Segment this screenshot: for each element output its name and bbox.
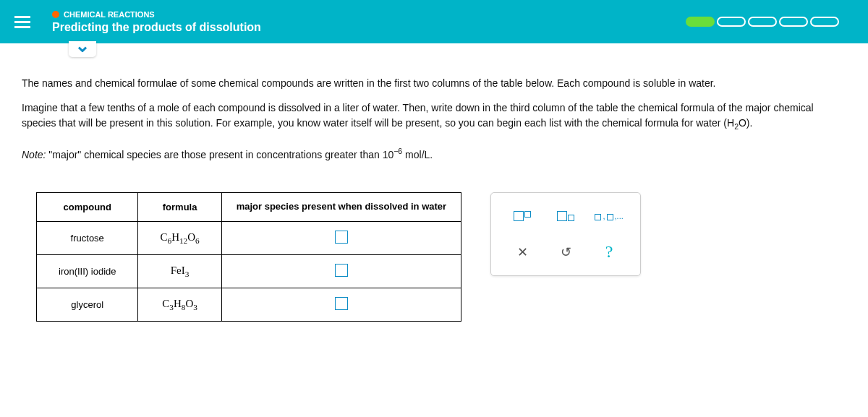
compound-formula: C3H8O3 (138, 288, 221, 321)
header-bar: CHEMICAL REACTIONS Predicting the produc… (0, 0, 868, 43)
reset-icon: ↺ (561, 244, 571, 260)
species-input (221, 254, 461, 288)
compound-name: glycerol (37, 288, 138, 321)
col-compound: compound (37, 192, 138, 221)
species-input (221, 221, 461, 254)
clear-button[interactable]: ✕ (517, 244, 528, 260)
input-toolbox: ,,... ✕ ↺ ? (490, 192, 641, 276)
table-row: glycerol C3H8O3 (37, 288, 461, 321)
species-input (221, 288, 461, 321)
progress-segment (779, 17, 808, 27)
table-header-row: compound formula major species present w… (37, 192, 461, 221)
chevron-down-icon (78, 46, 87, 52)
expand-toggle[interactable] (69, 41, 96, 57)
input-box[interactable] (335, 231, 348, 244)
input-box[interactable] (335, 264, 348, 277)
compound-name: fructose (37, 221, 138, 254)
breadcrumb-label: CHEMICAL REACTIONS (64, 10, 155, 19)
progress-segment (686, 17, 715, 27)
table-row: fructose C6H12O6 (37, 221, 461, 254)
compound-name: iron(III) iodide (37, 254, 138, 288)
subscript-button[interactable] (557, 211, 574, 221)
paragraph-1: The names and chemical formulae of some … (22, 76, 846, 92)
menu-icon[interactable] (14, 16, 30, 28)
breadcrumb: CHEMICAL REACTIONS (52, 10, 686, 19)
progress-segment (810, 17, 839, 27)
content-area: The names and chemical formulae of some … (0, 43, 868, 336)
problem-statement: The names and chemical formulae of some … (22, 76, 846, 163)
page-title: Predicting the products of dissolution (52, 21, 686, 34)
header-text: CHEMICAL REACTIONS Predicting the produc… (52, 10, 686, 34)
compound-table: compound formula major species present w… (36, 192, 461, 322)
help-icon: ? (605, 242, 613, 262)
orange-dot-icon (52, 11, 59, 18)
progress-segment (748, 17, 777, 27)
superscript-button[interactable] (514, 211, 531, 221)
paragraph-2: Imagine that a few tenths of a mole of e… (22, 100, 846, 133)
progress-segment (717, 17, 746, 27)
input-box[interactable] (335, 297, 348, 310)
compound-formula: C6H12O6 (138, 221, 221, 254)
note-line: Note: "major" chemical species are those… (22, 145, 846, 163)
table-row: iron(III) iodide FeI3 (37, 254, 461, 288)
col-species: major species present when dissolved in … (221, 192, 461, 221)
compound-formula: FeI3 (138, 254, 221, 288)
progress-indicator (686, 17, 839, 27)
reset-button[interactable]: ↺ (561, 244, 571, 260)
help-button[interactable]: ? (605, 242, 613, 262)
x-icon: ✕ (517, 244, 528, 260)
answer-section: compound formula major species present w… (22, 192, 846, 322)
col-formula: formula (138, 192, 221, 221)
list-button[interactable]: ,,... (595, 212, 623, 220)
